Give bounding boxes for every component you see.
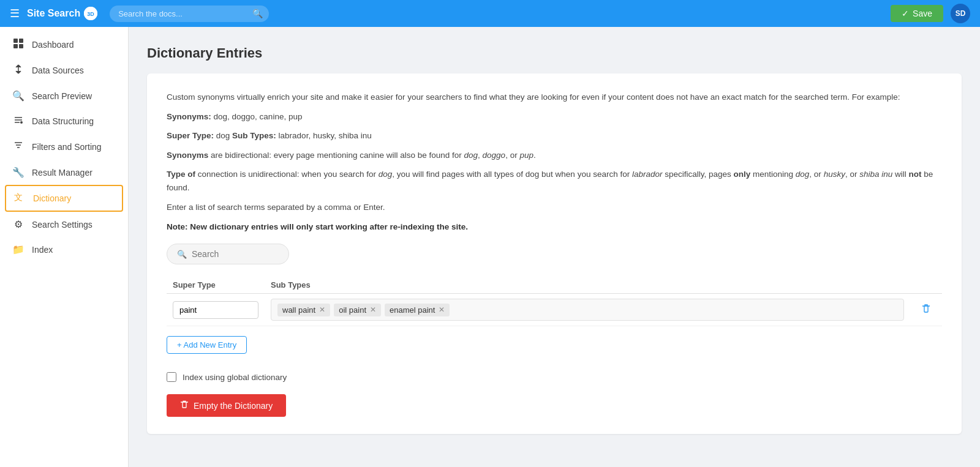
- note-text: Note: New dictionary entries will only s…: [167, 222, 942, 231]
- sidebar-item-dictionary[interactable]: 文 Dictionary: [5, 185, 123, 212]
- sidebar-item-result-manager[interactable]: 🔧 Result Manager: [0, 160, 128, 185]
- checkbox-label: Index using global dictionary: [183, 373, 287, 382]
- supertype-value: dog: [216, 131, 232, 140]
- empty-dict-label: Empty the Dictionary: [194, 401, 273, 411]
- col-supertype: Super Type: [167, 277, 265, 294]
- tag-remove-enamel-paint[interactable]: ✕: [439, 305, 445, 314]
- tag-remove-oil-paint[interactable]: ✕: [370, 305, 376, 314]
- svg-rect-4: [13, 44, 18, 48]
- tag-enamel-paint: enamel paint ✕: [385, 304, 450, 316]
- svg-text:3D: 3D: [87, 11, 94, 17]
- save-label: Save: [913, 9, 932, 18]
- delete-cell: [910, 294, 942, 326]
- tag-oil-paint: oil paint ✕: [334, 304, 381, 316]
- data-structuring-icon: [12, 115, 24, 127]
- sidebar-item-label: Index: [32, 245, 53, 255]
- supertype-label: Super Type:: [167, 131, 214, 140]
- description-para-4: Enter a list of search terms separated b…: [167, 201, 942, 214]
- sidebar-item-label: Search Settings: [32, 220, 92, 230]
- save-checkmark-icon: ✓: [902, 9, 909, 18]
- tag-label: wall paint: [282, 305, 315, 315]
- save-button[interactable]: ✓ Save: [891, 5, 943, 22]
- sidebar-item-data-sources[interactable]: Data Sources: [0, 58, 128, 83]
- search-input[interactable]: [192, 249, 279, 259]
- dictionary-table: Super Type Sub Types wall paint: [167, 277, 942, 326]
- sidebar-item-label: Dashboard: [32, 40, 74, 50]
- sidebar-item-filters-sorting[interactable]: Filters and Sorting: [0, 134, 128, 160]
- search-bar-wrap: 🔍: [167, 244, 942, 264]
- page-title: Dictionary Entries: [147, 45, 962, 61]
- index-icon: 📁: [12, 244, 24, 255]
- svg-rect-2: [13, 39, 18, 43]
- app-logo: Site Search 3D: [27, 7, 97, 20]
- table-row: wall paint ✕ oil paint ✕ enamel paint ✕: [167, 294, 942, 326]
- example-types: Super Type: dog Sub Types: labrador, hus…: [167, 129, 942, 143]
- logo-text: Site Search: [27, 8, 80, 19]
- topbar-search-icon: 🔍: [252, 9, 263, 18]
- subtypes-value: labrador, husky, shiba inu: [279, 131, 372, 140]
- layout: Dashboard Data Sources 🔍 Search Preview: [0, 27, 980, 467]
- synonyms-bold: Synonyms: [167, 151, 208, 160]
- delete-entry-button[interactable]: [916, 302, 936, 318]
- sidebar-item-label: Data Sources: [32, 65, 84, 75]
- search-bar-icon: 🔍: [177, 250, 187, 259]
- supertype-input[interactable]: [173, 301, 258, 319]
- example-synonyms: Synonyms: dog, doggo, canine, pup: [167, 110, 942, 124]
- search-bar: 🔍: [167, 244, 289, 264]
- empty-dictionary-button[interactable]: Empty the Dictionary: [167, 394, 286, 417]
- sidebar-item-label: Dictionary: [33, 193, 71, 203]
- result-manager-icon: 🔧: [12, 166, 24, 178]
- subtypes-cell: wall paint ✕ oil paint ✕ enamel paint ✕: [265, 294, 910, 326]
- sidebar-item-label: Search Preview: [32, 91, 92, 101]
- add-entry-button[interactable]: + Add New Entry: [167, 336, 247, 354]
- subtypes-container: wall paint ✕ oil paint ✕ enamel paint ✕: [271, 299, 904, 321]
- logo-badge: 3D: [84, 7, 97, 20]
- trash-icon: [180, 400, 189, 411]
- type-bold: Type of: [167, 170, 195, 179]
- data-sources-icon: [12, 64, 24, 77]
- topbar: ☰ Site Search 3D 🔍 ✓ Save SD: [0, 0, 980, 27]
- dictionary-card: Custom synonyms virtually enrich your si…: [147, 73, 962, 434]
- synonyms-label: Synonyms:: [167, 112, 211, 121]
- checkbox-row: Index using global dictionary: [167, 372, 942, 382]
- dictionary-icon: 文: [13, 192, 26, 205]
- svg-point-14: [20, 121, 23, 124]
- tag-label: enamel paint: [390, 305, 435, 315]
- example-block: Synonyms: dog, doggo, canine, pup Super …: [167, 110, 942, 143]
- sidebar-item-label: Data Structuring: [32, 116, 94, 126]
- sidebar: Dashboard Data Sources 🔍 Search Preview: [0, 27, 129, 467]
- supertype-cell: [167, 294, 265, 326]
- description-para-3: Type of connection is unidirectional: wh…: [167, 168, 942, 194]
- sidebar-item-label: Result Manager: [32, 168, 92, 177]
- synonyms-value: dog, doggo, canine, pup: [214, 112, 303, 121]
- topbar-search-wrap: 🔍: [110, 6, 269, 22]
- sidebar-item-label: Filters and Sorting: [32, 142, 102, 152]
- menu-icon[interactable]: ☰: [10, 7, 20, 20]
- subtypes-label: Sub Types:: [232, 131, 276, 140]
- sidebar-item-data-structuring[interactable]: Data Structuring: [0, 108, 128, 134]
- svg-rect-3: [19, 39, 23, 43]
- dashboard-icon: [12, 39, 24, 51]
- tag-label: oil paint: [339, 305, 366, 315]
- svg-text:文: 文: [14, 192, 23, 202]
- main-content: Dictionary Entries Custom synonyms virtu…: [129, 27, 980, 467]
- col-subtypes: Sub Types: [265, 277, 910, 294]
- filters-sorting-icon: [12, 141, 24, 153]
- tag-remove-wall-paint[interactable]: ✕: [319, 305, 325, 314]
- avatar: SD: [951, 4, 970, 23]
- description-block: Custom synonyms virtually enrich your si…: [167, 91, 942, 214]
- tag-wall-paint: wall paint ✕: [277, 304, 330, 316]
- description-para-1: Custom synonyms virtually enrich your si…: [167, 91, 942, 104]
- sidebar-item-search-preview[interactable]: 🔍 Search Preview: [0, 83, 128, 108]
- svg-rect-5: [19, 44, 23, 48]
- global-dict-checkbox[interactable]: [167, 372, 176, 382]
- sidebar-item-dashboard[interactable]: Dashboard: [0, 32, 128, 58]
- sidebar-item-index[interactable]: 📁 Index: [0, 237, 128, 262]
- description-para-2: Synonyms are bidirectional: every page m…: [167, 149, 942, 162]
- search-settings-icon: ⚙: [12, 219, 24, 230]
- topbar-search-input[interactable]: [110, 6, 269, 22]
- sidebar-item-search-settings[interactable]: ⚙ Search Settings: [0, 212, 128, 237]
- search-preview-icon: 🔍: [12, 90, 24, 102]
